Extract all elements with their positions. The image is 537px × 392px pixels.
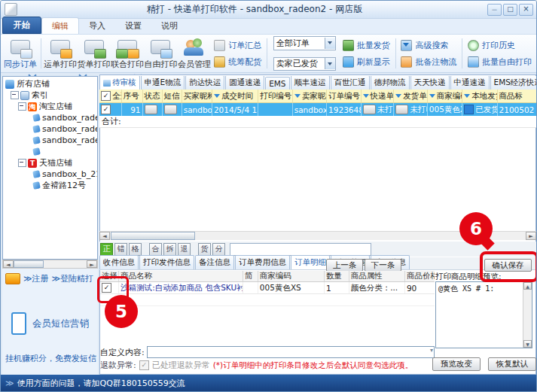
login-link[interactable]: ≫登陆精打	[52, 273, 94, 284]
shipped-checkbox[interactable]	[464, 105, 474, 114]
row-select-cell[interactable]	[99, 103, 122, 116]
tree-item-all-shops[interactable]: 所有店铺	[3, 78, 97, 90]
tab-ems[interactable]: EMS	[265, 77, 289, 90]
tree-item-shop[interactable]: sandbox_rade	[3, 135, 97, 146]
filter-icon[interactable]	[395, 94, 401, 98]
member-mgmt-button[interactable]: 会员管理	[178, 36, 211, 71]
waybill-print-button[interactable]: 运单打印	[44, 36, 77, 71]
preview-changes-button[interactable]: 预览改变	[432, 357, 481, 371]
tab-order-detail[interactable]: 订单明细	[291, 255, 330, 269]
col-seq[interactable]: 序号	[122, 90, 143, 102]
flag-button-share[interactable]: 分	[212, 243, 225, 256]
minimize-button[interactable]	[487, 4, 502, 16]
menu-tab-start[interactable]: 开始	[2, 17, 41, 34]
next-record-button[interactable]: 下一条	[365, 259, 401, 272]
tab-baishi[interactable]: 百世汇通	[331, 76, 370, 90]
tab-remark-info[interactable]: 备注信息	[195, 255, 234, 269]
tree-item-shop[interactable]: sandbox_rade	[3, 123, 97, 135]
menu-tab-import[interactable]: 导入	[79, 18, 115, 34]
filter-icon[interactable]	[214, 94, 220, 98]
col-deal-time[interactable]: 成交时间	[212, 90, 258, 102]
invoice-button[interactable]	[395, 105, 408, 114]
tab-pending-review[interactable]: 待审核	[99, 76, 140, 90]
joint-print-button[interactable]: 联合打印	[111, 36, 144, 71]
tab-zhongtong[interactable]: 中通速递	[450, 76, 490, 90]
sms-marketing-link[interactable]: 会员短信营销	[2, 312, 98, 335]
row-invoice-cell[interactable]: 未打印	[394, 103, 428, 116]
refresh-button[interactable]: 刷新显示	[343, 56, 390, 68]
scroll-left-icon[interactable]: ◄	[99, 232, 110, 240]
tab-sender-info[interactable]: 打印发件信息	[139, 255, 194, 269]
batch-free-print-button[interactable]: 批量自由打印	[468, 56, 532, 68]
flag-button-merge[interactable]: 合	[149, 243, 162, 256]
filter-icon[interactable]	[294, 94, 301, 98]
refund-checkbox[interactable]	[139, 360, 149, 370]
tab-fee-info[interactable]: 订单费用信息	[235, 255, 290, 269]
dropdown-arrow-icon[interactable]	[325, 38, 335, 49]
select-all-checkbox[interactable]	[101, 91, 111, 101]
col-product[interactable]: 商品标	[498, 90, 537, 102]
row-waybill-cell[interactable]: 未打印	[362, 103, 395, 116]
tree-item-tmall[interactable]: T 天猫店铺	[3, 157, 97, 169]
register-link[interactable]: ≫注册	[23, 273, 49, 284]
scroll-up-icon[interactable]	[523, 282, 532, 290]
menu-tab-help[interactable]: 说明	[151, 18, 188, 34]
tree-expander[interactable]	[18, 159, 26, 167]
col-invoice[interactable]: 发货单	[394, 90, 428, 102]
preview-scrollbar[interactable]	[523, 282, 532, 348]
flag-button-split[interactable]: 拆	[163, 243, 176, 256]
close-button[interactable]	[519, 4, 533, 16]
menu-tab-edit[interactable]: 编辑	[41, 17, 79, 34]
waybill-button[interactable]	[363, 105, 376, 114]
print-history-button[interactable]: 打印历史	[468, 40, 532, 51]
tab-recipient-info[interactable]: 收件信息	[99, 255, 139, 269]
col-order-no[interactable]: 订单编号	[327, 90, 361, 102]
sms-button[interactable]	[164, 105, 177, 114]
tab-yunda[interactable]: 韵达快运	[185, 76, 224, 90]
flag-button-refund[interactable]: 退	[178, 243, 191, 256]
free-print-button[interactable]: 自由打印	[144, 36, 177, 71]
order-row-selected[interactable]: 91 sandbox_rad 2014/5/4 13 sandbox_rad 1…	[99, 103, 536, 116]
custom-content-input[interactable]	[147, 346, 435, 358]
tab-shentong[interactable]: 申通E物流	[141, 76, 185, 90]
sidebar-scrollbar[interactable]: ◄ ►	[2, 260, 98, 269]
tree-expander[interactable]	[11, 91, 19, 99]
tab-ems-economy[interactable]: EMS经济快递	[490, 76, 537, 90]
tree-item-shop[interactable]: 金褙路12号	[3, 180, 97, 191]
col-seller[interactable]: 卖家昵称	[293, 90, 327, 102]
row-sms-cell[interactable]	[163, 103, 182, 116]
col-status[interactable]: 状态	[143, 90, 163, 102]
scroll-down-icon[interactable]	[523, 340, 532, 348]
flag-button-format[interactable]: 格	[129, 243, 142, 256]
filter-icon[interactable]	[363, 94, 369, 98]
prev-record-button[interactable]: 上一条	[326, 259, 363, 272]
col-merchant-code[interactable]: 商家编码	[428, 90, 462, 102]
tree-item-index[interactable]: 索引	[3, 90, 97, 101]
invoice-print-button[interactable]: 货单打印	[77, 36, 110, 71]
tab-yuantong[interactable]: 圆通速递	[225, 76, 264, 90]
row-status-cell[interactable]	[143, 103, 163, 116]
tree-item-shop[interactable]	[3, 146, 97, 157]
order-summary-button[interactable]: 订单汇总	[214, 40, 261, 51]
scroll-right-icon[interactable]: ►	[526, 232, 536, 240]
scroll-left-icon[interactable]: ◄	[3, 260, 14, 268]
flag-button-goods[interactable]: 货	[198, 243, 211, 256]
batch-note-button[interactable]: 批备注物流	[401, 56, 456, 68]
col-sms[interactable]: 短信	[163, 90, 182, 102]
tree-item-shop[interactable]: sandbox_rade	[3, 112, 97, 123]
dispatch-button[interactable]: 统筹配货	[214, 56, 261, 68]
scroll-right-icon[interactable]: ►	[87, 260, 97, 268]
col-print-no[interactable]: 打印编号	[258, 90, 292, 102]
tree-item-shop[interactable]: sandbox_b_21	[3, 169, 97, 180]
tab-tiantian[interactable]: 天天快递	[410, 76, 450, 90]
status-button[interactable]	[145, 105, 157, 114]
tree-expander[interactable]	[18, 102, 26, 111]
batch-ship-button[interactable]: 批量发货	[343, 40, 390, 51]
restore-default-button[interactable]: 恢复默认	[488, 357, 536, 371]
col-waybill[interactable]: 快递单	[362, 90, 395, 102]
tree-item-taobao[interactable]: 淘 淘宝店铺	[3, 101, 97, 112]
filter-icon[interactable]	[464, 94, 470, 98]
detail-row[interactable]: 沙箱测试:自动添加商品 包含SKU衬衫22 005黄色XS 1 颜色分类：...…	[100, 282, 435, 294]
adv-search-button[interactable]: 高级搜索	[401, 40, 456, 51]
filter-icon[interactable]	[429, 94, 435, 98]
